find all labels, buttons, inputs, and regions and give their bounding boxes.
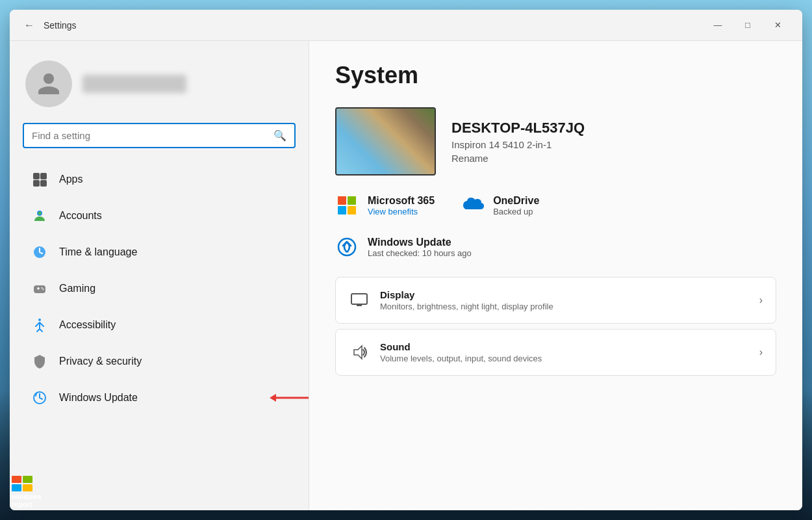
pc-name: DESKTOP-4L537JQ [451, 120, 585, 136]
services-row: Microsoft 365 View benefits OneDrive Bac… [335, 194, 776, 217]
update-icon [31, 389, 49, 407]
update-name: Windows Update [368, 237, 472, 248]
windows-update-container: Windows Update [10, 380, 309, 416]
svg-rect-9 [38, 287, 39, 290]
watermark-line2: report [12, 500, 42, 508]
display-icon [349, 290, 370, 311]
accessibility-icon [31, 316, 49, 334]
sidebar-item-accessibility[interactable]: Accessibility [15, 307, 303, 343]
watermark: windows report [12, 476, 42, 508]
sidebar-item-apps[interactable]: Apps [15, 161, 303, 198]
ms365-info: Microsoft 365 View benefits [368, 195, 435, 216]
display-info: Display Monitors, brightness, night ligh… [380, 289, 749, 311]
maximize-button[interactable]: □ [733, 15, 762, 36]
svg-point-5 [38, 212, 42, 215]
search-box[interactable]: 🔍 [23, 123, 296, 148]
update-row-icon [335, 235, 359, 259]
sound-info: Sound Volume levels, output, input, soun… [380, 341, 749, 363]
main-layout: 🔍 Apps [10, 41, 802, 510]
user-icon [36, 71, 62, 97]
ms365-name: Microsoft 365 [368, 195, 435, 207]
display-desc: Monitors, brightness, night light, displ… [380, 302, 749, 311]
nav-items: Apps Accounts [10, 161, 309, 416]
onedrive-service[interactable]: OneDrive Backed up [461, 194, 539, 217]
minimize-button[interactable]: — [704, 15, 732, 36]
ms365-service[interactable]: Microsoft 365 View benefits [335, 194, 435, 217]
svg-point-12 [38, 318, 41, 321]
sidebar-item-privacy-security[interactable]: Privacy & security [15, 343, 303, 380]
update-sub: Last checked: 10 hours ago [368, 248, 472, 258]
pc-model: Inspiron 14 5410 2-in-1 [451, 139, 585, 150]
gaming-label: Gaming [59, 283, 95, 294]
sound-card[interactable]: Sound Volume levels, output, input, soun… [335, 329, 776, 376]
svg-marker-15 [270, 394, 276, 402]
settings-cards: Display Monitors, brightness, night ligh… [335, 277, 776, 376]
window-controls: — □ ✕ [704, 15, 792, 36]
title-bar: ← Settings — □ ✕ [10, 10, 802, 41]
svg-rect-3 [40, 180, 47, 187]
accounts-label: Accounts [59, 210, 102, 222]
svg-rect-2 [33, 180, 40, 187]
svg-point-10 [42, 287, 43, 289]
pc-info: DESKTOP-4L537JQ Inspiron 14 5410 2-in-1 … [335, 107, 776, 176]
sidebar: 🔍 Apps [10, 41, 309, 510]
pc-thumbnail [335, 107, 436, 176]
privacy-icon [31, 352, 49, 370]
accounts-icon [31, 207, 49, 225]
red-arrow-annotation [270, 390, 309, 406]
sidebar-item-accounts[interactable]: Accounts [15, 198, 303, 234]
back-button[interactable]: ← [20, 16, 38, 34]
user-name-blurred [82, 75, 186, 93]
svg-point-11 [43, 289, 44, 290]
windows-logo [12, 476, 32, 491]
window-title: Settings [44, 20, 704, 31]
ms365-icon [335, 194, 359, 217]
avatar[interactable] [25, 60, 72, 107]
sound-icon [349, 342, 370, 363]
svg-marker-20 [354, 346, 362, 359]
apps-label: Apps [59, 174, 82, 185]
gaming-icon [31, 280, 49, 298]
sidebar-item-windows-update[interactable]: Windows Update [15, 380, 303, 416]
rename-link[interactable]: Rename [451, 153, 585, 164]
display-chevron: › [759, 294, 763, 306]
search-icon: 🔍 [273, 129, 286, 142]
onedrive-info: OneDrive Backed up [493, 195, 539, 216]
display-card[interactable]: Display Monitors, brightness, night ligh… [335, 277, 776, 324]
search-input[interactable] [32, 130, 268, 141]
apps-icon [31, 170, 49, 188]
time-language-label: Time & language [59, 246, 137, 258]
close-button[interactable]: ✕ [763, 15, 792, 36]
onedrive-sub: Backed up [493, 207, 539, 216]
time-icon [31, 243, 49, 261]
settings-window: ← Settings — □ ✕ 🔍 [10, 10, 802, 510]
onedrive-name: OneDrive [493, 195, 539, 207]
update-info: Windows Update Last checked: 10 hours ag… [368, 237, 472, 258]
ms365-sub: View benefits [368, 207, 435, 216]
watermark-line1: windows [12, 493, 42, 500]
sound-desc: Volume levels, output, input, sound devi… [380, 354, 749, 363]
windows-update-row[interactable]: Windows Update Last checked: 10 hours ag… [335, 235, 776, 259]
svg-rect-1 [40, 173, 47, 179]
sidebar-item-gaming[interactable]: Gaming [15, 270, 303, 307]
windows-update-label: Windows Update [59, 392, 138, 404]
content-area: System DESKTOP-4L537JQ Inspiron 14 5410 … [309, 41, 802, 510]
sidebar-item-time-language[interactable]: Time & language [15, 234, 303, 270]
svg-rect-17 [351, 294, 367, 304]
svg-rect-0 [33, 173, 40, 179]
display-name: Display [380, 289, 749, 300]
pc-details: DESKTOP-4L537JQ Inspiron 14 5410 2-in-1 … [451, 120, 585, 164]
user-profile [10, 54, 309, 123]
page-title: System [335, 62, 776, 89]
accessibility-label: Accessibility [59, 319, 116, 331]
sound-chevron: › [759, 346, 763, 358]
onedrive-icon [461, 194, 484, 217]
sound-name: Sound [380, 341, 749, 352]
privacy-security-label: Privacy & security [59, 356, 142, 367]
